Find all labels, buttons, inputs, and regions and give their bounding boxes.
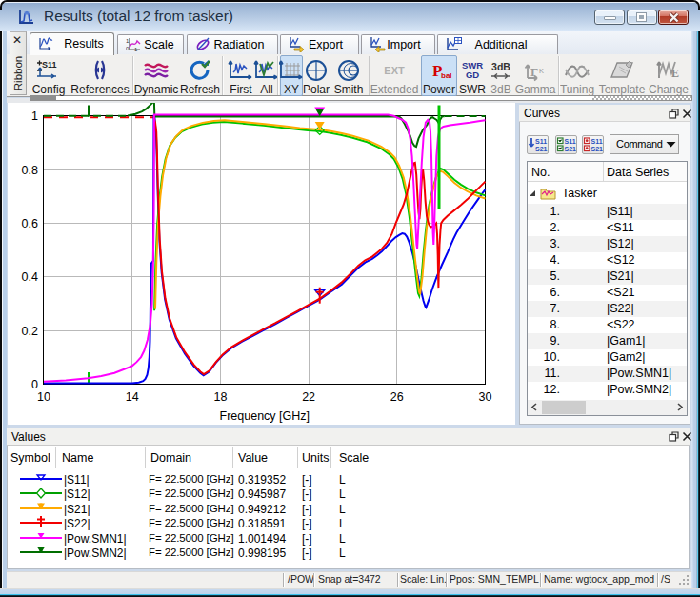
svg-text:30: 30 bbox=[479, 390, 492, 404]
svg-text:S21: S21 bbox=[565, 146, 577, 152]
svg-text:26: 26 bbox=[390, 390, 404, 404]
svg-text:EXT: EXT bbox=[384, 65, 405, 76]
svg-text:S11: S11 bbox=[565, 138, 576, 145]
svg-text:E: E bbox=[671, 67, 679, 80]
svg-text:0.2: 0.2 bbox=[22, 325, 38, 338]
svg-text:bal: bal bbox=[441, 71, 452, 80]
svg-text:14: 14 bbox=[126, 390, 139, 404]
svg-text:10: 10 bbox=[37, 390, 50, 404]
svg-text:K: K bbox=[539, 67, 544, 75]
svg-text:S11: S11 bbox=[42, 60, 57, 70]
svg-text:0: 0 bbox=[126, 46, 130, 51]
svg-text:0.6: 0.6 bbox=[22, 217, 38, 230]
svg-text:0: 0 bbox=[31, 378, 38, 391]
svg-text:0.8: 0.8 bbox=[22, 164, 38, 177]
svg-text:1: 1 bbox=[126, 38, 130, 44]
svg-text:3dB: 3dB bbox=[491, 61, 510, 72]
svg-text:S21: S21 bbox=[535, 146, 548, 152]
svg-text:S11: S11 bbox=[591, 138, 603, 145]
svg-text:18: 18 bbox=[213, 390, 227, 404]
svg-text:GD: GD bbox=[466, 70, 479, 80]
svg-text:S21: S21 bbox=[591, 146, 604, 152]
svg-text:22: 22 bbox=[302, 390, 315, 404]
svg-text:Γ: Γ bbox=[530, 65, 538, 79]
svg-text:Frequency [GHz]: Frequency [GHz] bbox=[220, 409, 310, 423]
svg-text:1: 1 bbox=[31, 109, 38, 123]
svg-text:S11: S11 bbox=[535, 138, 547, 145]
svg-text:0.4: 0.4 bbox=[22, 270, 38, 284]
